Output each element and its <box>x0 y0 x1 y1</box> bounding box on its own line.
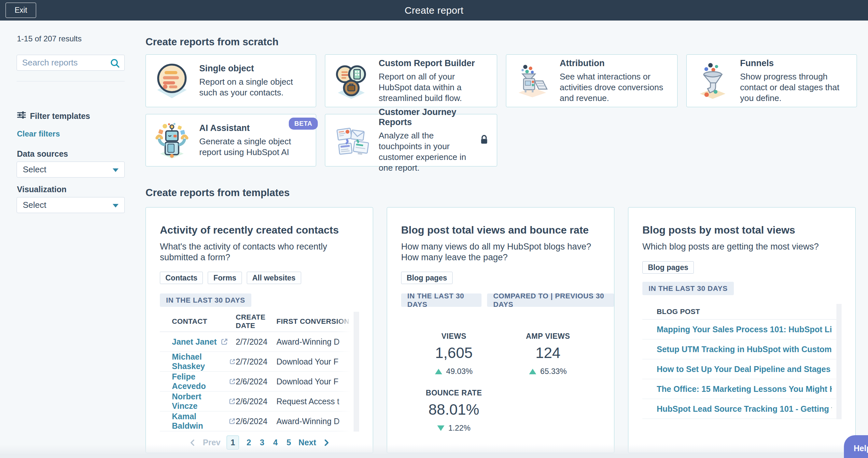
template-card-blog-top-posts[interactable]: Blog posts by most total views Which blo… <box>628 207 856 453</box>
tag-all-websites: All websites <box>247 272 301 284</box>
template-title: Activity of recently created contacts <box>160 224 339 236</box>
table-row: Kamal Baldwin 2/6/2024 Award-Winning D <box>160 411 359 431</box>
chevron-right-icon[interactable] <box>322 439 330 447</box>
trend-down-icon <box>437 425 444 431</box>
bottom-scroll-area[interactable] <box>0 454 868 458</box>
list-scrollbar[interactable] <box>836 304 842 419</box>
card-description: Analyze all the touchpoints in your cust… <box>379 130 477 173</box>
card-single-object[interactable]: Single object Report on a single object … <box>146 54 316 107</box>
blog-post-link[interactable]: Setup UTM Tracking in HubSpot with Custo… <box>657 345 832 354</box>
card-title: Customer Journey Reports <box>379 107 477 127</box>
page-button[interactable]: 3 <box>258 438 266 447</box>
sidebar-divider <box>17 81 125 82</box>
template-card-activity[interactable]: Activity of recently created contacts Wh… <box>146 207 373 453</box>
compare-range-badge: COMPARED TO | PREVIOUS 30 DAYS <box>487 294 614 307</box>
main-content: Create reports from scratch Single objec… <box>146 21 868 458</box>
contact-link[interactable]: Janet Janet <box>172 337 236 346</box>
page-button[interactable]: 2 <box>245 438 252 447</box>
scratch-section-heading: Create reports from scratch <box>146 36 868 48</box>
template-title: Blog post total views and bounce rate <box>401 224 589 236</box>
card-funnels[interactable]: Funnels Show progress through contact or… <box>686 54 857 107</box>
filter-sliders-icon <box>17 111 26 122</box>
first-conversion-cell: Award-Winning D <box>276 337 359 346</box>
customer-journey-icon <box>334 122 369 159</box>
visualization-label: Visualization <box>17 185 66 194</box>
stat-delta-value: 65.33% <box>540 367 566 376</box>
trend-up-icon <box>435 369 442 374</box>
list-item: HubSpot Lead Source Tracking 101 - Getti… <box>642 399 842 419</box>
column-header-blog-post: BLOG POST <box>642 304 842 319</box>
card-ai-assistant[interactable]: BETA AI Assistant Generate a single obje… <box>146 114 316 166</box>
next-page-button[interactable]: Next <box>299 438 316 447</box>
date-range-badge: IN THE LAST 30 DAYS <box>642 282 734 295</box>
external-link-icon <box>228 397 236 405</box>
search-icon[interactable] <box>110 58 120 69</box>
list-item: The Office: 15 Marketing Lessons You Mig… <box>642 379 842 399</box>
page-button-current[interactable]: 1 <box>227 435 239 450</box>
page-button[interactable]: 5 <box>285 438 292 447</box>
ai-assistant-icon <box>154 122 189 159</box>
contact-link[interactable]: Kamal Baldwin <box>172 412 236 431</box>
funnels-icon <box>695 62 730 100</box>
card-title: Funnels <box>740 58 848 68</box>
card-customer-journey-reports[interactable]: Customer Journey Reports Analyze all the… <box>325 114 497 166</box>
first-conversion-cell: Download Your F <box>276 377 359 386</box>
attribution-icon <box>515 62 550 100</box>
chevron-left-icon[interactable] <box>189 439 197 447</box>
date-range-badge: IN THE LAST 30 DAYS <box>160 294 251 307</box>
page-button[interactable]: 4 <box>272 438 279 447</box>
visualization-select[interactable]: Select <box>17 197 125 213</box>
data-sources-select[interactable]: Select <box>17 161 125 178</box>
table-scrollbar[interactable] <box>353 312 359 432</box>
card-custom-report-builder[interactable]: Custom Report Builder Report on all of y… <box>325 54 497 107</box>
help-button[interactable]: Help <box>844 435 868 458</box>
card-description: Report on all of your HubSpot data withi… <box>379 71 488 103</box>
table-row: Michael Shaskey 2/7/2024 Download Your F <box>160 352 359 372</box>
template-badges: IN THE LAST 30 DAYS <box>642 282 734 295</box>
template-description: How many views do all my HubSpot blogs h… <box>401 241 603 263</box>
template-description: What's the activity of contacts who rece… <box>160 241 362 263</box>
trend-up-icon <box>529 369 536 374</box>
external-link-icon <box>220 338 228 346</box>
clear-filters-link[interactable]: Clear filters <box>17 129 60 139</box>
stat-label: VIEWS <box>415 332 493 341</box>
blog-post-link[interactable]: How to Set Up Your Deal Pipeline and Sta… <box>657 365 832 374</box>
stat-value: 88.01% <box>415 401 493 418</box>
contact-link[interactable]: Michael Shaskey <box>172 352 236 371</box>
card-title: Attribution <box>560 58 669 68</box>
blog-post-link[interactable]: Mapping Your Sales Process 101: HubSpot … <box>657 325 832 334</box>
template-description: Which blog posts are getting the most vi… <box>642 241 844 252</box>
chevron-down-icon <box>113 169 119 172</box>
sidebar: 1-15 of 207 results Filter templates Cle… <box>0 21 146 458</box>
custom-report-builder-icon <box>334 62 369 100</box>
search-box <box>17 55 125 71</box>
tag-contacts: Contacts <box>160 272 203 284</box>
column-header-contact: CONTACT <box>172 317 236 326</box>
tag-forms: Forms <box>208 272 242 284</box>
template-card-blog-views[interactable]: Blog post total views and bounce rate Ho… <box>387 207 614 453</box>
results-count: 1-15 of 207 results <box>17 34 82 43</box>
card-attribution[interactable]: Attribution See what interactions or act… <box>506 54 678 107</box>
template-tags: Contacts Forms All websites <box>160 272 301 284</box>
prev-page-button[interactable]: Prev <box>203 438 220 447</box>
card-description: Generate a single object report using Hu… <box>199 136 307 158</box>
topbar: Exit Create report <box>0 0 868 21</box>
card-description: See what interactions or activities drov… <box>560 71 669 103</box>
first-conversion-cell: Request Access t <box>276 397 359 406</box>
filter-templates-heading: Filter templates <box>17 111 90 122</box>
stat-amp-views: AMP VIEWS 124 65.33% <box>509 332 587 376</box>
stat-delta-value: 49.03% <box>446 367 472 376</box>
column-header-create-date: CREATE DATE <box>236 313 276 330</box>
single-object-icon <box>154 62 189 100</box>
contacts-table: CONTACT CREATE DATE FIRST CONVERSION Jan… <box>160 311 359 431</box>
search-input[interactable] <box>22 55 110 70</box>
contact-link[interactable]: Norbert Vincze <box>172 392 236 411</box>
create-date-cell: 2/7/2024 <box>236 357 276 366</box>
exit-button[interactable]: Exit <box>5 3 36 18</box>
blog-post-link[interactable]: HubSpot Lead Source Tracking 101 - Getti… <box>657 404 832 414</box>
external-link-icon <box>229 377 236 385</box>
blog-post-link[interactable]: The Office: 15 Marketing Lessons You Mig… <box>657 385 832 394</box>
stat-views: VIEWS 1,605 49.03% <box>415 332 493 376</box>
contact-link[interactable]: Felipe Acevedo <box>172 372 236 391</box>
external-link-icon <box>228 417 236 425</box>
